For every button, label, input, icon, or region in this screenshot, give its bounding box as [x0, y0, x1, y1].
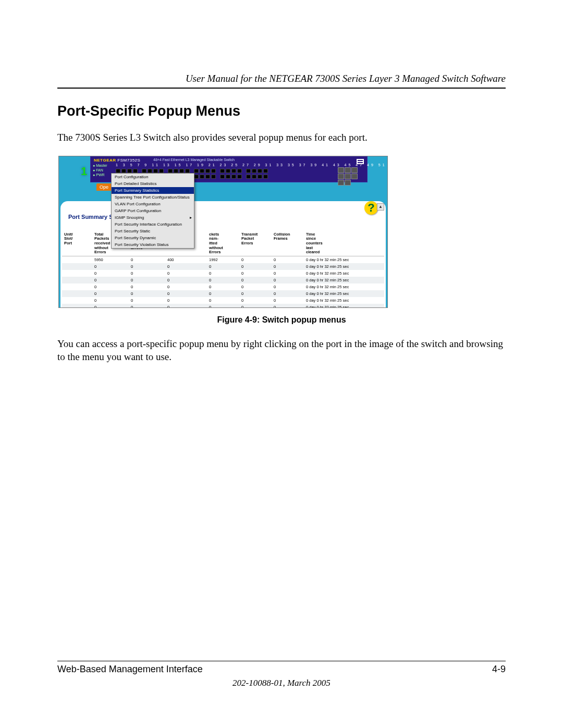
table-cell: 0	[94, 291, 131, 296]
table-cell: 0	[131, 291, 167, 296]
figure-caption: Figure 4-9: Switch popup menus	[57, 315, 506, 325]
switch-port[interactable]	[148, 169, 152, 173]
switch-port[interactable]	[258, 175, 262, 179]
switch-port[interactable]	[231, 175, 236, 179]
switch-port[interactable]	[211, 169, 216, 173]
table-cell: 0	[274, 285, 306, 289]
table-cell: 0	[209, 291, 241, 296]
table-row[interactable]: 0000000 day 0 hr 32 min 25 sec	[62, 304, 384, 308]
switch-port[interactable]	[159, 169, 164, 173]
switch-port[interactable]	[185, 169, 190, 173]
switch-port[interactable]	[127, 169, 132, 173]
context-menu-item[interactable]: Port Security Dynamic	[112, 235, 194, 241]
table-cell: 0	[167, 264, 209, 269]
scrollbar-up-arrow[interactable]: ▲	[377, 203, 384, 211]
switch-port[interactable]	[142, 169, 146, 173]
table-cell: 0	[167, 285, 209, 289]
table-row[interactable]: 0000000 day 0 hr 32 min 25 sec	[62, 270, 384, 277]
switch-port[interactable]	[252, 169, 256, 173]
table-cell: 0	[167, 278, 209, 282]
switch-model: FSM7352S	[117, 158, 140, 163]
switch-port[interactable]	[200, 175, 204, 179]
context-menu-item[interactable]: GARP Port Configuration	[112, 207, 194, 214]
table-cell: 0	[131, 271, 167, 276]
context-menu-item[interactable]: Port Configuration	[112, 174, 194, 180]
switch-port[interactable]	[205, 169, 210, 173]
switch-port[interactable]	[258, 169, 262, 173]
table-header: Unit/Slot/PortTotalPacketsreceivedwithou…	[62, 231, 384, 256]
table-cell: 0	[241, 305, 274, 308]
table-cell: 0	[274, 257, 306, 262]
table-cell: 0	[94, 285, 131, 289]
table-cell: 0 day 0 hr 32 min 25 sec	[306, 291, 374, 296]
switch-subtitle: 48+4 Fast Ethernet L3 Managed Stackable …	[153, 158, 235, 162]
switch-led-labels: ●Master ●FAN ●PWR	[93, 163, 108, 177]
table-row[interactable]: 0000000 day 0 hr 32 min 25 sec	[62, 277, 384, 283]
table-row[interactable]: 0000000 day 0 hr 32 min 25 sec	[62, 297, 384, 304]
tab-partial-ope[interactable]: Ope	[96, 183, 112, 191]
switch-port[interactable]	[174, 169, 178, 173]
header-rule	[57, 88, 506, 89]
switch-port[interactable]	[252, 175, 256, 179]
table-row[interactable]: 0000000 day 0 hr 32 min 25 sec	[62, 263, 384, 270]
footer-rule	[57, 661, 506, 661]
switch-port[interactable]	[263, 169, 268, 173]
switch-port[interactable]	[194, 175, 199, 179]
table-cell: 0	[131, 298, 167, 303]
help-icon[interactable]: ?	[364, 201, 378, 215]
table-cell: 0	[209, 285, 241, 289]
switch-port[interactable]	[179, 169, 184, 173]
table-cell: 0	[241, 264, 274, 269]
switch-port[interactable]	[205, 175, 210, 179]
context-menu-item[interactable]: Port Security Static	[112, 228, 194, 235]
switch-port[interactable]	[121, 169, 126, 173]
context-menu-item[interactable]: Port Summary Statistics	[112, 187, 194, 194]
switch-port[interactable]	[200, 169, 204, 173]
table-cell: 0	[241, 298, 274, 303]
context-menu-item[interactable]: Port Detailed Statistics	[112, 180, 194, 187]
stack-icon	[357, 159, 364, 164]
table-column-header: cketsnsm-ittedwithoutErrors	[209, 232, 241, 255]
switch-port[interactable]	[237, 169, 242, 173]
table-cell: 0	[94, 264, 131, 269]
switch-port[interactable]	[231, 169, 236, 173]
uplink-ports[interactable]	[338, 167, 364, 179]
table-cell: 0	[274, 291, 306, 296]
switch-port[interactable]	[263, 175, 268, 179]
table-row[interactable]: 595004001992000 day 0 hr 32 min 25 sec	[62, 256, 384, 263]
context-menu-item[interactable]: Spanning Tree Port Configuration/Status	[112, 194, 194, 201]
context-menu-item[interactable]: Port Security Interface Configuration	[112, 221, 194, 228]
context-menu-item[interactable]: Port Security Violation Status	[112, 241, 194, 248]
table-cell: 0	[241, 257, 274, 262]
table-cell: 0 day 0 hr 32 min 25 sec	[306, 278, 374, 282]
switch-port[interactable]	[237, 175, 242, 179]
table-cell: 0 day 0 hr 32 min 25 sec	[306, 305, 374, 308]
switch-port[interactable]	[194, 169, 199, 173]
switch-port[interactable]	[116, 169, 120, 173]
table-cell: 0	[209, 278, 241, 282]
switch-port[interactable]	[226, 175, 230, 179]
unit-number-overlay: 1	[81, 165, 87, 178]
switch-port[interactable]	[220, 175, 225, 179]
switch-port[interactable]	[211, 175, 216, 179]
switch-port[interactable]	[226, 169, 230, 173]
switch-port[interactable]	[133, 169, 138, 173]
switch-port[interactable]	[220, 169, 225, 173]
table-cell: 0	[167, 305, 209, 308]
table-row[interactable]: 0000000 day 0 hr 32 min 25 sec	[62, 290, 384, 297]
table-column-header: CollisionFrames	[274, 232, 306, 255]
table-column-header: TransmitPacketErrors	[241, 232, 274, 255]
table-row[interactable]: 0000000 day 0 hr 32 min 25 sec	[62, 283, 384, 290]
switch-port[interactable]	[246, 169, 251, 173]
port-numbers-top: 1 3 5 7 9 11 13 15 17 19 21 23 25 27 29 …	[116, 163, 387, 167]
context-menu-item[interactable]: VLAN Port Configuration	[112, 201, 194, 207]
switch-port[interactable]	[153, 169, 158, 173]
port-context-menu[interactable]: Port ConfigurationPort Detailed Statisti…	[111, 173, 194, 249]
context-menu-item[interactable]: IGMP Snooping▸	[112, 214, 194, 221]
switch-port[interactable]	[168, 169, 173, 173]
footer-line: Web-Based Management Interface 4-9	[57, 664, 506, 675]
switch-port[interactable]	[246, 175, 251, 179]
switch-title: NETGEAR FSM7352S	[94, 158, 140, 163]
footer-left: Web-Based Management Interface	[57, 664, 203, 675]
manual-page: User Manual for the NETGEAR 7300S Series…	[0, 0, 563, 728]
